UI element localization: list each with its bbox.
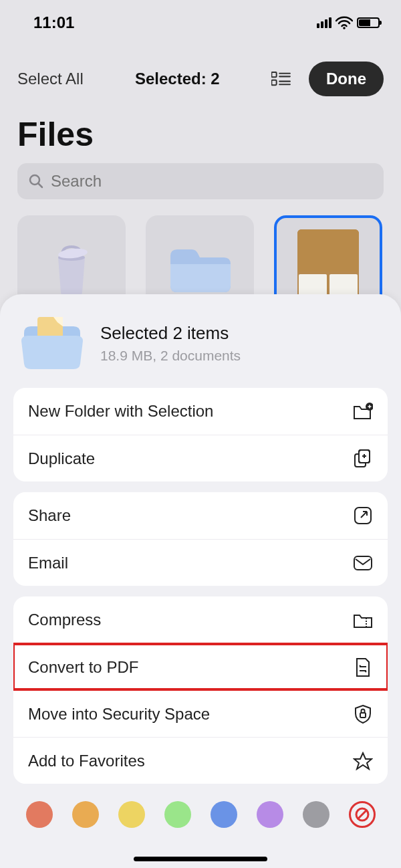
color-tag-yellow[interactable] xyxy=(118,801,145,828)
color-tag-gray[interactable] xyxy=(303,801,329,828)
share-icon xyxy=(353,506,373,526)
nav-row: Select All Selected: 2 Done xyxy=(0,45,401,106)
menu-convert-pdf[interactable]: Convert to PDF xyxy=(13,643,388,690)
menu-share[interactable]: Share xyxy=(13,492,388,539)
svg-point-0 xyxy=(343,27,346,29)
menu-group-3: Compress Convert to PDF Move into Securi… xyxy=(13,596,388,784)
menu-favorites[interactable]: Add to Favorites xyxy=(13,737,388,784)
color-tag-row xyxy=(13,794,388,841)
selected-count: Selected: 2 xyxy=(135,70,220,88)
cellular-icon xyxy=(317,17,331,28)
color-tag-green[interactable] xyxy=(164,801,191,828)
page-title: Files xyxy=(0,106,401,163)
menu-label: Move into Security Space xyxy=(28,705,210,724)
duplicate-icon xyxy=(353,449,373,469)
svg-rect-4 xyxy=(271,80,276,85)
menu-email[interactable]: Email xyxy=(13,539,388,586)
menu-label: Convert to PDF xyxy=(28,658,138,677)
svg-rect-17 xyxy=(354,556,372,570)
color-tag-clear[interactable] xyxy=(349,801,376,828)
folder-icon xyxy=(166,244,233,295)
wifi-icon xyxy=(336,16,353,29)
email-icon xyxy=(353,553,373,573)
search-icon xyxy=(28,173,44,189)
menu-label: Share xyxy=(28,506,71,525)
sheet-title: Selected 2 items xyxy=(100,323,241,344)
star-icon xyxy=(353,751,373,771)
status-time: 11:01 xyxy=(33,13,74,32)
security-icon xyxy=(353,704,373,724)
menu-label: Duplicate xyxy=(28,449,95,468)
svg-rect-1 xyxy=(271,72,276,77)
menu-new-folder[interactable]: New Folder with Selection xyxy=(13,388,388,435)
new-folder-icon xyxy=(353,401,373,421)
menu-group-2: Share Email xyxy=(13,492,388,586)
menu-duplicate[interactable]: Duplicate xyxy=(13,435,388,481)
sheet-subtitle: 18.9 MB, 2 documents xyxy=(100,348,241,364)
color-tag-orange[interactable] xyxy=(72,801,99,828)
done-button[interactable]: Done xyxy=(309,62,384,96)
home-indicator[interactable] xyxy=(134,857,267,861)
select-all-button[interactable]: Select All xyxy=(17,70,84,88)
menu-group-1: New Folder with Selection Duplicate xyxy=(13,388,388,481)
status-bar: 11:01 xyxy=(0,0,401,45)
convert-pdf-icon xyxy=(353,657,373,677)
action-sheet: Selected 2 items 18.9 MB, 2 documents Ne… xyxy=(0,294,401,868)
compress-icon xyxy=(353,610,373,630)
svg-rect-18 xyxy=(360,713,366,718)
sheet-folder-icon xyxy=(19,314,86,372)
search-input[interactable] xyxy=(51,172,373,191)
color-tag-red[interactable] xyxy=(26,801,53,828)
sheet-header: Selected 2 items 18.9 MB, 2 documents xyxy=(13,310,388,388)
menu-label: New Folder with Selection xyxy=(28,402,213,421)
svg-line-8 xyxy=(39,184,43,188)
color-tag-purple[interactable] xyxy=(257,801,283,828)
view-toggle-icon[interactable] xyxy=(271,72,291,86)
status-icons xyxy=(317,16,380,29)
color-tag-blue[interactable] xyxy=(211,801,237,828)
menu-label: Add to Favorites xyxy=(28,752,145,770)
svg-line-20 xyxy=(358,810,367,819)
menu-move-security[interactable]: Move into Security Space xyxy=(13,690,388,737)
menu-compress[interactable]: Compress xyxy=(13,596,388,643)
menu-label: Email xyxy=(28,554,68,572)
trash-icon xyxy=(47,243,96,296)
search-field[interactable] xyxy=(17,163,384,199)
battery-icon xyxy=(357,17,380,28)
menu-label: Compress xyxy=(28,611,101,629)
